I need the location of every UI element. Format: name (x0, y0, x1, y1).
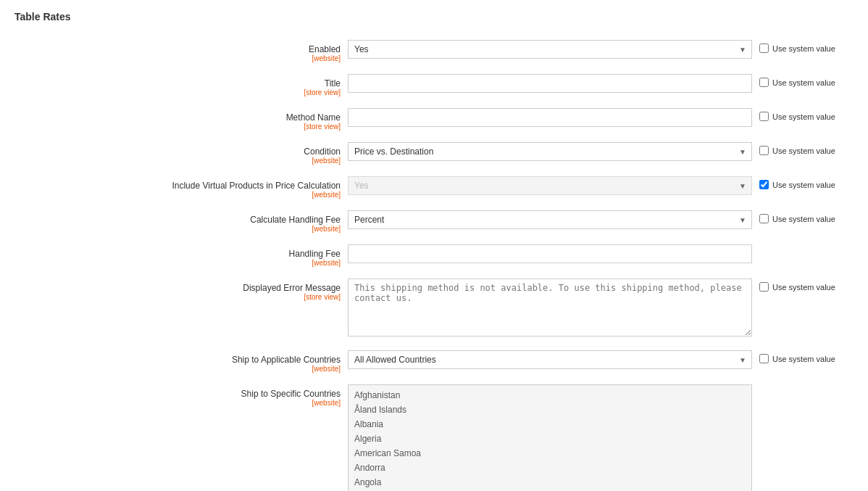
include-virtual-input-cell: Yes No ▼ Use system value (348, 176, 854, 195)
ship-applicable-use-system-checkbox[interactable] (759, 354, 769, 363)
include-virtual-select-wrapper: Yes No ▼ (348, 176, 752, 195)
title-use-system-cell: Use system value (752, 74, 854, 87)
handling-fee-label: Handling Fee (289, 249, 341, 259)
ship-applicable-select-wrapper: All Allowed Countries Specific Countries… (348, 350, 752, 369)
handling-fee-use-system-cell (752, 244, 854, 248)
ship-specific-wrapper: Afghanistan Åland Islands Albania Algeri… (348, 384, 752, 491)
handling-fee-input-cell: 7% (348, 244, 854, 263)
enabled-wrapper: Yes No ▼ (348, 40, 752, 59)
method-name-use-system-label: Use system value (772, 112, 835, 121)
ship-applicable-wrapper: All Allowed Countries Specific Countries… (348, 350, 752, 369)
method-name-wrapper: Table Rate (348, 108, 752, 127)
include-virtual-wrapper: Yes No ▼ (348, 176, 752, 195)
include-virtual-use-system-cell: Use system value (752, 176, 854, 189)
title-use-system-checkbox[interactable] (759, 78, 769, 87)
method-name-label: Method Name (286, 112, 341, 123)
title-row: Title [store view] Best Way Use system v… (14, 71, 854, 99)
method-name-use-system-cell: Use system value (752, 108, 854, 121)
handling-fee-scope: [website] (14, 259, 341, 267)
error-message-use-system-label: Use system value (772, 283, 835, 292)
condition-row: Condition [website] Price vs. Destinatio… (14, 139, 854, 168)
title-scope: [store view] (14, 88, 341, 96)
list-item[interactable]: Åland Islands (349, 403, 751, 417)
condition-select[interactable]: Price vs. Destination Weight vs. Destina… (348, 142, 752, 161)
enabled-use-system-cell: Use system value (752, 40, 854, 53)
condition-scope: [website] (14, 157, 341, 165)
enabled-use-system-label: Use system value (772, 44, 835, 53)
method-name-use-system-checkbox[interactable] (759, 112, 769, 121)
enabled-label: Enabled (309, 44, 341, 54)
method-name-input[interactable]: Table Rate (348, 108, 752, 127)
enabled-scope: [website] (14, 54, 341, 62)
enabled-select[interactable]: Yes No (348, 40, 752, 59)
enabled-input-cell: Yes No ▼ Use system value (348, 40, 854, 59)
title-use-system-label: Use system value (772, 78, 835, 87)
error-message-label-cell: Displayed Error Message [store view] (14, 278, 348, 301)
ship-specific-label: Ship to Specific Countries (241, 389, 341, 399)
enabled-label-cell: Enabled [website] (14, 40, 348, 62)
handling-fee-row: Handling Fee [website] 7% (14, 242, 854, 270)
title-input-cell: Best Way Use system value (348, 74, 854, 93)
ship-specific-listbox[interactable]: Afghanistan Åland Islands Albania Algeri… (348, 384, 752, 491)
calculate-handling-input-cell: Percent Fixed ▼ Use system value (348, 210, 854, 229)
page-container: Table Rates Enabled [website] Yes No ▼ U… (0, 0, 868, 491)
enabled-select-wrapper: Yes No ▼ (348, 40, 752, 59)
page-title: Table Rates (14, 11, 854, 22)
error-message-textarea[interactable] (348, 278, 752, 337)
calculate-handling-label-cell: Calculate Handling Fee [website] (14, 210, 348, 233)
include-virtual-use-system-checkbox[interactable] (759, 180, 769, 189)
error-message-row: Displayed Error Message [store view] Use… (14, 276, 854, 342)
list-item[interactable]: American Samoa (349, 446, 751, 461)
error-message-wrapper (348, 278, 752, 339)
ship-applicable-row: Ship to Applicable Countries [website] A… (14, 347, 854, 376)
list-item[interactable]: Algeria (349, 432, 751, 446)
calculate-handling-label: Calculate Handling Fee (250, 215, 341, 225)
condition-use-system-checkbox[interactable] (759, 146, 769, 155)
enabled-use-system-checkbox[interactable] (759, 44, 769, 53)
title-input[interactable]: Best Way (348, 74, 752, 93)
ship-specific-use-system-cell (752, 384, 854, 388)
list-item[interactable]: Angola (349, 475, 751, 490)
list-item[interactable]: Albania (349, 417, 751, 432)
method-name-label-cell: Method Name [store view] (14, 108, 348, 131)
calculate-handling-select-wrapper: Percent Fixed ▼ (348, 210, 752, 229)
condition-select-wrapper: Price vs. Destination Weight vs. Destina… (348, 142, 752, 161)
title-label-cell: Title [store view] (14, 74, 348, 96)
error-message-label: Displayed Error Message (243, 283, 341, 293)
error-message-scope: [store view] (14, 293, 341, 301)
calculate-handling-use-system-cell: Use system value (752, 210, 854, 223)
include-virtual-scope: [website] (14, 191, 341, 199)
calculate-handling-wrapper: Percent Fixed ▼ (348, 210, 752, 229)
include-virtual-use-system-label: Use system value (772, 181, 835, 189)
list-item[interactable]: Afghanistan (349, 388, 751, 403)
include-virtual-label: Include Virtual Products in Price Calcul… (172, 181, 341, 191)
calculate-handling-select[interactable]: Percent Fixed (348, 210, 752, 229)
include-virtual-row: Include Virtual Products in Price Calcul… (14, 173, 854, 202)
condition-input-cell: Price vs. Destination Weight vs. Destina… (348, 142, 854, 161)
condition-label: Condition (304, 147, 341, 157)
handling-fee-label-cell: Handling Fee [website] (14, 244, 348, 267)
ship-specific-input-cell: Afghanistan Åland Islands Albania Algeri… (348, 384, 854, 491)
error-message-use-system-cell: Use system value (752, 278, 854, 292)
ship-specific-label-cell: Ship to Specific Countries [website] (14, 384, 348, 407)
error-message-use-system-checkbox[interactable] (759, 282, 769, 292)
ship-specific-scope: [website] (14, 399, 341, 407)
ship-specific-row: Ship to Specific Countries [website] Afg… (14, 381, 854, 491)
ship-applicable-select[interactable]: All Allowed Countries Specific Countries (348, 350, 752, 369)
ship-applicable-input-cell: All Allowed Countries Specific Countries… (348, 350, 854, 369)
include-virtual-select[interactable]: Yes No (348, 176, 752, 195)
handling-fee-input[interactable]: 7% (348, 244, 752, 263)
enabled-row: Enabled [website] Yes No ▼ Use system va… (14, 37, 854, 65)
ship-applicable-scope: [website] (14, 365, 341, 373)
method-name-row: Method Name [store view] Table Rate Use … (14, 105, 854, 133)
list-item[interactable]: Andorra (349, 461, 751, 475)
condition-use-system-label: Use system value (772, 147, 835, 155)
ship-applicable-label-cell: Ship to Applicable Countries [website] (14, 350, 348, 373)
calculate-handling-use-system-label: Use system value (772, 215, 835, 223)
condition-use-system-cell: Use system value (752, 142, 854, 155)
error-message-input-cell: Use system value (348, 278, 854, 339)
calculate-handling-use-system-checkbox[interactable] (759, 214, 769, 223)
condition-wrapper: Price vs. Destination Weight vs. Destina… (348, 142, 752, 161)
title-label: Title (325, 78, 341, 88)
method-name-input-cell: Table Rate Use system value (348, 108, 854, 127)
